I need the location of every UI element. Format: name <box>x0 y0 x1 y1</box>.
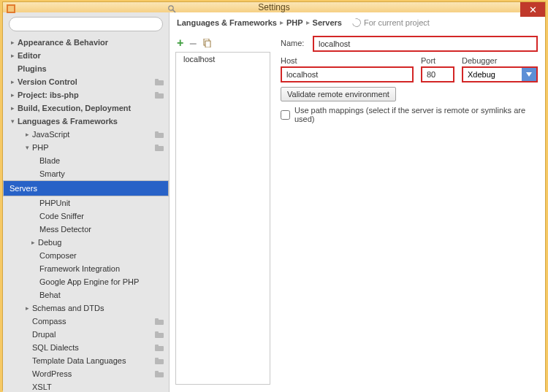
port-label: Port <box>421 56 454 65</box>
tree-item-xslt[interactable]: XSLT <box>3 380 169 392</box>
project-badge-icon <box>154 77 164 86</box>
project-badge-icon <box>154 369 164 378</box>
debugger-select[interactable]: Xdebug <box>462 66 538 82</box>
project-badge-icon <box>154 356 164 365</box>
settings-tree-panel: ▸Appearance & Behavior ▸Editor Plugins ▸… <box>3 12 170 392</box>
tree-item-version-control[interactable]: ▸Version Control <box>3 75 169 88</box>
svg-rect-6 <box>155 93 164 99</box>
tree-item-blade[interactable]: Blade <box>3 154 169 167</box>
svg-rect-25 <box>205 41 210 47</box>
tree-item-template-langs[interactable]: Template Data Languages <box>3 354 169 367</box>
name-label: Name: <box>281 39 313 47</box>
tree-item-servers[interactable]: Servers <box>3 180 169 196</box>
breadcrumb: Languages & Frameworks ▸ PHP ▸ Servers F… <box>170 12 545 33</box>
for-current-project-badge: For current project <box>352 18 430 27</box>
tree-item-wordpress[interactable]: WordPress <box>3 367 169 380</box>
chevron-right-icon: ▸ <box>280 18 283 26</box>
tree-item-mess-detector[interactable]: Mess Detector <box>3 223 169 236</box>
server-list[interactable]: localhost <box>175 52 270 385</box>
svg-rect-18 <box>155 359 164 364</box>
tree-item-phpunit[interactable]: PHPUnit <box>3 196 169 210</box>
svg-rect-21 <box>155 371 159 373</box>
svg-rect-9 <box>155 131 159 134</box>
settings-tree[interactable]: ▸Appearance & Behavior ▸Editor Plugins ▸… <box>3 36 169 392</box>
validate-button[interactable]: Validate remote environment <box>281 87 396 101</box>
project-badge-icon <box>154 130 164 139</box>
add-server-button[interactable]: + <box>177 36 183 50</box>
project-badge-icon <box>154 330 164 339</box>
tree-item-framework-integration[interactable]: Framework Integration <box>3 262 169 275</box>
svg-point-2 <box>169 6 173 10</box>
name-input[interactable] <box>313 36 538 52</box>
tree-item-behat[interactable]: Behat <box>3 288 169 301</box>
svg-rect-20 <box>155 372 164 377</box>
svg-rect-19 <box>155 358 159 360</box>
tree-item-lang-fw[interactable]: ▾Languages & Frameworks <box>3 115 169 128</box>
project-badge-icon <box>154 343 164 352</box>
search-input[interactable] <box>9 17 163 31</box>
tree-item-editor[interactable]: ▸Editor <box>3 49 169 62</box>
svg-rect-1 <box>8 6 14 12</box>
port-input[interactable] <box>421 66 454 82</box>
svg-line-3 <box>173 10 176 13</box>
reset-icon <box>351 16 362 28</box>
svg-rect-4 <box>155 80 164 85</box>
project-badge-icon <box>154 317 164 326</box>
debugger-value: Xdebug <box>468 70 495 79</box>
project-badge-icon <box>154 143 164 152</box>
chevron-right-icon: ▸ <box>306 18 310 26</box>
tree-item-debug[interactable]: ▸Debug <box>3 236 169 249</box>
use-path-mappings-checkbox[interactable]: Use path mappings (select if the server … <box>281 106 538 123</box>
tree-item-smarty[interactable]: Smarty <box>3 167 169 180</box>
tree-item-php[interactable]: ▾PHP <box>3 141 169 154</box>
svg-rect-13 <box>155 318 159 320</box>
search-icon <box>167 4 176 13</box>
tree-item-composer[interactable]: Composer <box>3 249 169 262</box>
remove-server-button[interactable]: – <box>189 41 197 45</box>
close-button[interactable]: ✕ <box>520 2 545 17</box>
use-path-mappings-input[interactable] <box>281 110 290 120</box>
tree-item-plugins[interactable]: Plugins <box>3 62 169 75</box>
debugger-label: Debugger <box>462 56 538 65</box>
host-label: Host <box>281 56 414 65</box>
svg-rect-17 <box>155 345 159 347</box>
breadcrumb-a[interactable]: Languages & Frameworks <box>177 18 277 27</box>
server-list-item[interactable]: localhost <box>176 53 270 66</box>
chevron-down-icon <box>522 68 536 81</box>
copy-server-button[interactable] <box>202 39 211 47</box>
svg-rect-12 <box>155 320 164 325</box>
app-icon <box>6 4 16 14</box>
svg-rect-14 <box>155 333 164 338</box>
svg-rect-16 <box>155 346 164 351</box>
project-badge-icon <box>154 91 164 99</box>
titlebar: Settings ✕ <box>3 2 545 12</box>
tree-item-drupal[interactable]: Drupal <box>3 328 169 341</box>
tree-item-project[interactable]: ▸Project: ibs-php <box>3 88 169 101</box>
svg-rect-5 <box>155 79 159 81</box>
tree-item-sql[interactable]: SQL Dialects <box>3 341 169 354</box>
svg-rect-8 <box>155 133 164 138</box>
host-input[interactable] <box>281 66 414 82</box>
use-path-mappings-label: Use path mappings (select if the server … <box>294 106 538 123</box>
tree-item-build[interactable]: ▸Build, Execution, Deployment <box>3 101 169 115</box>
tree-item-gae[interactable]: Google App Engine for PHP <box>3 275 169 288</box>
svg-rect-10 <box>155 146 164 151</box>
svg-rect-11 <box>155 145 159 147</box>
breadcrumb-c: Servers <box>313 18 342 27</box>
tree-item-javascript[interactable]: ▸JavaScript <box>3 128 169 141</box>
svg-rect-7 <box>155 92 159 94</box>
breadcrumb-b[interactable]: PHP <box>286 18 303 27</box>
window-title: Settings <box>258 2 289 12</box>
tree-item-compass[interactable]: Compass <box>3 315 169 328</box>
tree-item-code-sniffer[interactable]: Code Sniffer <box>3 210 169 223</box>
svg-rect-15 <box>155 331 159 334</box>
tree-item-schemas[interactable]: ▸Schemas and DTDs <box>3 301 169 315</box>
tree-item-appearance[interactable]: ▸Appearance & Behavior <box>3 36 169 49</box>
